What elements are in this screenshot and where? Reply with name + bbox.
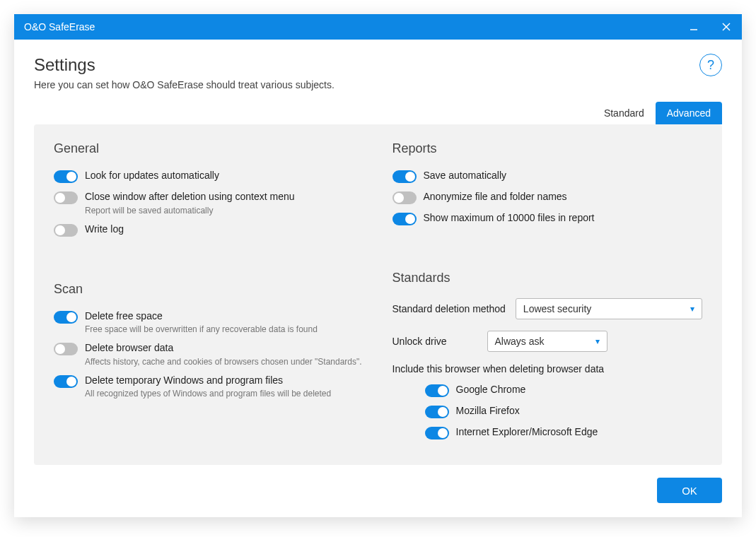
toggle-save-auto-label: Save automatically [424,169,507,183]
section-heading-standards: Standards [392,271,703,285]
toggle-chrome[interactable] [425,384,449,397]
titlebar: O&O SafeErase [14,14,742,40]
deletion-method-label: Standard deletion method [392,303,506,314]
page-title: Settings [34,55,722,75]
deletion-method-value: Lowest security [523,303,591,314]
toggle-close-window-sublabel: Report will be saved automatically [85,206,295,216]
toggle-updates[interactable] [54,170,78,183]
toggle-max-files[interactable] [392,213,417,225]
page-subtitle: Here you can set how O&O SafeErase shoul… [34,79,722,90]
toggle-browser-data-label: Delete browser data [85,341,362,355]
toggle-close-window-label: Close window after deletion using contex… [85,190,295,204]
toggle-max-files-label: Show maximum of 10000 files in report [424,211,595,225]
toggle-free-space[interactable] [54,311,78,324]
help-button[interactable]: ? [699,54,722,76]
chevron-down-icon: ▾ [595,336,600,346]
toggle-ie-edge[interactable] [425,427,449,439]
section-heading-scan: Scan [54,282,364,297]
unlock-drive-value: Always ask [495,336,545,347]
toggle-temp-files-label: Delete temporary Windows and program fil… [85,374,331,388]
toggle-close-window[interactable] [54,191,78,204]
toggle-temp-files-sublabel: All recognized types of Windows and prog… [85,389,331,399]
section-heading-reports: Reports [392,141,703,156]
unlock-drive-label: Unlock drive [392,336,477,347]
window-controls [684,17,736,37]
section-heading-general: General [54,141,364,156]
toggle-chrome-label: Google Chrome [456,383,526,397]
deletion-method-select[interactable]: Lowest security ▾ [516,298,702,319]
toggle-temp-files[interactable] [54,375,78,388]
toggle-anonymize-label: Anonymize file and folder names [424,190,567,204]
browsers-heading: Include this browser when deleting brows… [392,363,703,374]
ok-button[interactable]: OK [657,478,722,503]
toggle-updates-label: Look for updates automatically [85,169,219,183]
tab-advanced[interactable]: Advanced [656,102,722,124]
toggle-ie-edge-label: Internet Explorer/Microsoft Edge [456,425,598,439]
toggle-write-log-label: Write log [85,223,124,237]
tab-standard[interactable]: Standard [593,102,656,124]
toggle-browser-data-sublabel: Affects history, cache and cookies of br… [85,357,362,367]
toggle-firefox[interactable] [425,406,449,418]
toggle-free-space-label: Delete free space [85,309,318,324]
toggle-firefox-label: Mozilla Firefox [456,404,520,418]
window-title: O&O SafeErase [24,21,95,33]
close-button[interactable] [716,17,736,37]
tabs: Standard Advanced [34,102,722,124]
toggle-anonymize[interactable] [392,191,417,204]
chevron-down-icon: ▾ [690,304,694,314]
toggle-save-auto[interactable] [392,170,417,183]
toggle-browser-data[interactable] [54,343,78,355]
toggle-write-log[interactable] [54,224,78,237]
minimize-button[interactable] [684,17,704,37]
toggle-free-space-sublabel: Free space will be overwritten if any re… [85,324,318,334]
unlock-drive-select[interactable]: Always ask ▾ [487,331,607,352]
